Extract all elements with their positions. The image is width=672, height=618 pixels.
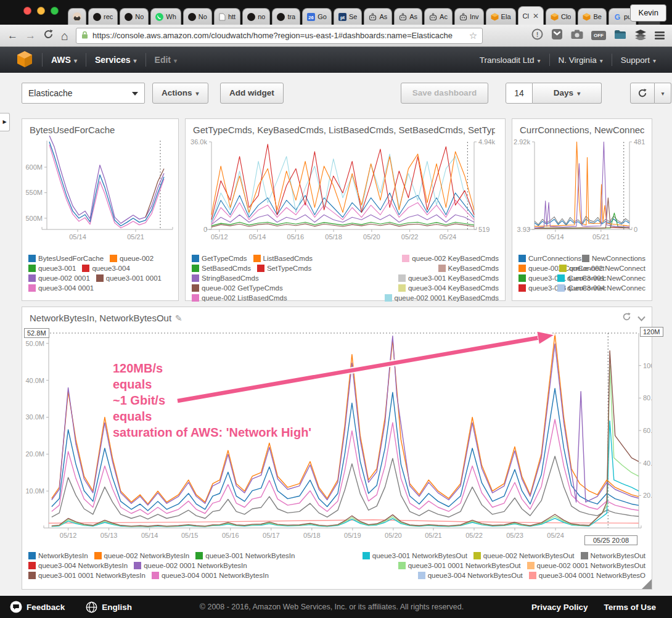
tab-close-icon[interactable]: ✕ [533,12,539,20]
off-toggle-icon[interactable]: OFF [591,31,606,40]
browser-tab[interactable]: No [183,8,212,25]
range-value-input[interactable]: 14 [506,83,533,104]
back-button[interactable]: ← [7,30,18,41]
menu-hamburger-icon[interactable] [655,30,665,41]
widget-resize-handle[interactable] [642,579,652,589]
legend-item[interactable]: queue3-004 0001 NetworkBytesIn [152,572,269,579]
browser-tab[interactable]: tra [272,8,300,25]
home-button[interactable]: ⌂ [61,30,68,42]
browser-tab[interactable]: Ac [424,8,453,25]
edit-pencil-icon[interactable]: ✎ [175,313,182,323]
minimize-window-button[interactable] [37,7,45,15]
legend-item[interactable]: queue-002 NewConnect [559,265,645,272]
legend-item[interactable]: NewConnections [582,255,645,262]
legend-item[interactable]: queue3-001 [28,265,76,272]
browser-tab[interactable]: No [120,8,149,25]
nav-region-menu[interactable]: N. Virginia▾ [550,56,612,65]
widget-collapse-chevron-icon[interactable] [637,313,645,324]
legend-item[interactable]: queue3-004 KeyBasedCmds [398,284,499,292]
close-window-button[interactable] [23,7,31,15]
reload-button[interactable] [43,29,54,42]
legend-item[interactable]: queue-002 KeyBasedCmds [402,255,499,262]
dashboard-select[interactable]: Elasticache [22,83,145,104]
legend-item[interactable]: queue-002 GetTypeCmds [192,284,283,292]
legend-item[interactable]: NetworkBytesIn [28,552,88,559]
privacy-policy-link[interactable]: Privacy Policy [531,603,588,612]
browser-tab[interactable]: rec [88,8,118,25]
legend-item[interactable]: ListBasedCmds [253,255,313,262]
legend-item[interactable]: queue3-001 0001 NetworkBytesOut [398,562,521,569]
zoom-window-button[interactable] [51,7,59,15]
legend-item[interactable]: queue-002 0001 NetworkBytesOut [527,562,645,569]
legend-item[interactable]: GetTypeCmds [192,255,247,262]
nav-menu-aws[interactable]: AWS▾ [51,55,77,65]
legend-item[interactable]: queue3-001 NetworkBytesOut [363,552,467,559]
feedback-button[interactable]: Feedback [10,601,65,613]
legend-item[interactable]: queue-002 0001 NetworkBytesIn [134,562,247,569]
nav-support-menu[interactable]: Support▾ [612,56,665,65]
browser-tab-active[interactable]: Cl✕ [518,6,544,25]
legend-item[interactable]: queue-002 0001 KeyBasedCmds [385,294,499,302]
legend-item[interactable]: SetBasedCmds [192,265,251,272]
browser-tab[interactable]: As [394,8,422,25]
legend-item[interactable]: queue-002 0001 [28,274,90,282]
profile-button[interactable]: Kevin [630,4,666,22]
legend-item[interactable]: queue3-004 NetworkBytesOut [418,572,523,579]
legend-item[interactable]: CurrConnections [518,255,581,262]
legend-item[interactable]: queue3-004 [82,265,129,272]
browser-tab[interactable]: htt [214,8,240,25]
legend-item[interactable]: SetTypeCmds [257,265,311,272]
legend-item[interactable]: queue3-004 NewConnec [557,284,645,292]
bookmark-star-icon[interactable]: ☆ [469,30,477,41]
browser-tab[interactable]: Inv [454,8,484,25]
browser-tab[interactable]: no [242,8,270,25]
browser-tab[interactable] [68,8,86,25]
legend-item[interactable]: queue3-001 KeyBasedCmds [398,274,499,282]
sidebar-expand-handle[interactable]: ▶ [0,113,10,131]
layers-icon[interactable] [634,29,647,43]
pocket-icon[interactable] [551,28,563,43]
legend-item[interactable]: NetworkBytesOut [581,552,645,559]
browser-tab[interactable]: Wh [150,8,181,25]
legend-item[interactable]: queue3-001 0001 NetworkBytesIn [28,572,145,579]
forward-button[interactable]: → [25,30,36,41]
browser-tab[interactable]: ptSe [334,8,362,25]
screenshot-camera-icon[interactable] [571,30,583,42]
refresh-button[interactable] [630,83,655,104]
legend-item[interactable]: queue-002 ListBasedCmds [192,294,287,302]
url-bar[interactable]: https://console.aws.amazon.com/cloudwatc… [76,28,483,44]
legend-item[interactable]: queue-002 NetworkBytesOut [473,552,575,559]
legend-item[interactable]: BytesUsedForCache [28,255,104,262]
range-unit-button[interactable]: Days▾ [533,83,602,104]
save-dashboard-button[interactable]: Save dashboard [401,83,488,104]
browser-tab[interactable]: As [364,8,392,25]
nav-menu-services[interactable]: Services▾ [95,55,137,65]
browser-tab[interactable]: 26Go [302,8,332,25]
legend-label: queue3-001 NewConnec [567,274,645,282]
legend-item[interactable]: StringBasedCmds [192,274,259,282]
widget-refresh-icon[interactable] [622,312,631,324]
actions-button[interactable]: Actions▾ [152,83,208,104]
browser-tab[interactable]: Ela [486,8,516,25]
legend-item[interactable]: queue3-001 NetworkBytesIn [195,552,295,559]
legend-item[interactable]: queue3-004 NetworkBytesIn [28,562,128,569]
legend-item[interactable]: queue-002 [110,255,154,262]
aws-logo-icon[interactable] [16,50,33,70]
legend-chip [518,265,526,272]
nav-menu-edit[interactable]: Edit▾ [155,55,177,65]
language-button[interactable]: English [86,601,132,613]
add-widget-button[interactable]: Add widget [220,83,284,104]
legend-item[interactable]: queue3-004 0001 [28,284,94,292]
legend-item[interactable]: queue3-001 0001 [96,274,162,282]
legend-item[interactable]: queue-002 NetworkBytesIn [94,552,190,559]
terms-of-use-link[interactable]: Terms of Use [604,603,656,612]
info-icon[interactable]: ! [531,28,543,43]
nav-account-menu[interactable]: Transloadit Ltd▾ [471,56,549,65]
refresh-options-button[interactable]: ▾ [655,83,671,104]
legend-item[interactable]: queue3-001 NewConnec [557,274,645,282]
browser-tab[interactable]: Clo [546,8,576,25]
browser-tab[interactable]: Be [578,8,606,25]
legend-item[interactable]: KeyBasedCmds [438,265,499,272]
legend-item[interactable]: queue3-004 0001 NetworkBytesO [529,572,645,579]
container-folder-icon[interactable] [614,30,626,42]
